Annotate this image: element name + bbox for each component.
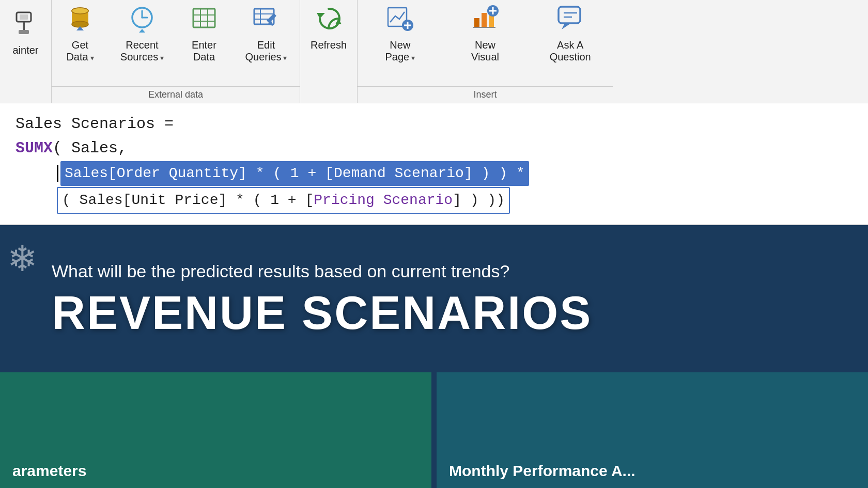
revenue-banner: What will be the predicted results based… bbox=[0, 225, 868, 367]
ask-question-button[interactable]: Ask A Question bbox=[528, 0, 613, 86]
svg-point-7 bbox=[72, 8, 88, 14]
toolbar: ainter bbox=[0, 0, 868, 103]
svg-marker-38 bbox=[562, 23, 571, 29]
edit-queries-icon bbox=[252, 4, 281, 33]
formula-assignment: Sales Scenarios = bbox=[16, 113, 174, 136]
svg-rect-2 bbox=[23, 22, 25, 31]
insert-label: Insert bbox=[358, 86, 613, 103]
svg-rect-30 bbox=[474, 18, 479, 27]
external-data-label: External data bbox=[52, 86, 300, 103]
painter-label: ainter bbox=[12, 44, 38, 56]
svg-rect-13 bbox=[193, 9, 215, 27]
revenue-question: What will be the predicted results based… bbox=[52, 261, 837, 281]
svg-rect-31 bbox=[482, 13, 487, 27]
new-page-button[interactable]: New Page ▾ bbox=[358, 0, 443, 86]
enter-data-button[interactable]: Enter Data bbox=[176, 0, 233, 86]
svg-rect-3 bbox=[19, 30, 29, 34]
formula-line4-suffix: ] ) )) bbox=[453, 190, 505, 211]
painter-button[interactable]: ainter bbox=[6, 5, 45, 103]
formula-sumx-rest: ( Sales, bbox=[53, 137, 127, 160]
get-data-icon bbox=[66, 4, 95, 33]
formula-cursor bbox=[57, 165, 58, 182]
svg-rect-37 bbox=[559, 7, 580, 23]
get-data-label: Get Data ▾ bbox=[66, 39, 94, 63]
formula-line3-selected: Sales[Order Quantity] * ( 1 + [Demand Sc… bbox=[60, 161, 529, 186]
formula-line4-boxed: ( Sales[Unit Price] * ( 1 + [Pricing Sce… bbox=[57, 187, 510, 214]
external-data-group: Get Data ▾ bbox=[52, 0, 300, 103]
bottom-card-left-label: arameters bbox=[12, 462, 86, 480]
painter-section: ainter bbox=[0, 0, 52, 103]
enter-data-icon bbox=[190, 4, 219, 33]
new-visual-label: New Visual bbox=[471, 39, 499, 63]
recent-sources-button[interactable]: Recent Sources ▾ bbox=[109, 0, 176, 86]
edit-queries-label: Edit Queries ▾ bbox=[245, 39, 287, 63]
refresh-label: Refresh bbox=[311, 39, 347, 51]
formula-pricing: Pricing Scenario bbox=[314, 190, 453, 211]
formula-line-2: SUMX ( Sales, bbox=[16, 137, 853, 160]
new-page-icon bbox=[385, 4, 414, 33]
new-page-label: New Page ▾ bbox=[385, 39, 415, 63]
get-data-arrow: ▾ bbox=[88, 54, 94, 62]
svg-rect-1 bbox=[20, 14, 28, 20]
refresh-icon bbox=[314, 4, 343, 33]
new-visual-icon bbox=[471, 4, 500, 33]
edit-queries-button[interactable]: Edit Queries ▾ bbox=[233, 0, 300, 86]
revenue-title: REVENUE SCENARIOS bbox=[52, 290, 837, 336]
ask-question-label: Ask A Question bbox=[550, 39, 591, 63]
new-visual-button[interactable]: New Visual bbox=[443, 0, 528, 86]
formula-line4-prefix: ( Sales[Unit Price] * ( 1 + [ bbox=[62, 190, 314, 211]
get-data-button[interactable]: Get Data ▾ bbox=[52, 0, 109, 86]
formula-line-3: Sales[Order Quantity] * ( 1 + [Demand Sc… bbox=[57, 161, 853, 186]
enter-data-label: Enter Data bbox=[192, 39, 216, 63]
ask-question-icon bbox=[556, 4, 585, 33]
formula-sumx: SUMX bbox=[16, 137, 53, 160]
formula-editor[interactable]: Sales Scenarios = SUMX ( Sales, Sales[Or… bbox=[0, 103, 868, 225]
bottom-cards: arameters Monthly Performance A... bbox=[0, 372, 868, 489]
formula-line-4: ( Sales[Unit Price] * ( 1 + [Pricing Sce… bbox=[57, 187, 853, 214]
bottom-card-left[interactable]: arameters bbox=[0, 372, 431, 489]
recent-sources-label: Recent Sources ▾ bbox=[120, 39, 164, 63]
painter-icon bbox=[11, 9, 40, 38]
recent-sources-icon bbox=[128, 4, 157, 33]
svg-rect-39 bbox=[559, 7, 580, 23]
refresh-button[interactable]: Refresh bbox=[300, 0, 357, 88]
formula-line-1: Sales Scenarios = bbox=[16, 113, 853, 136]
bottom-card-right-label: Monthly Performance A... bbox=[449, 462, 636, 480]
insert-group: New Page ▾ bbox=[358, 0, 613, 103]
bottom-card-right[interactable]: Monthly Performance A... bbox=[437, 372, 868, 489]
lower-section: ❄ What will be the predicted results bas… bbox=[0, 225, 868, 488]
svg-marker-24 bbox=[317, 13, 325, 19]
svg-marker-12 bbox=[139, 29, 145, 33]
